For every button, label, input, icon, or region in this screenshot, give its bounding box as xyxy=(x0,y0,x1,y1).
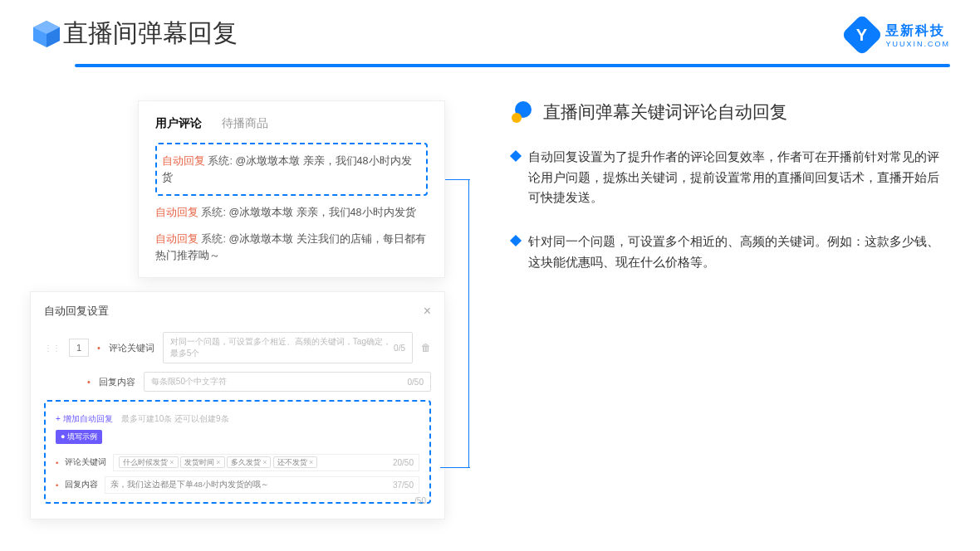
section-icon xyxy=(512,101,533,123)
add-auto-reply-link[interactable]: + 增加自动回复 xyxy=(56,414,113,423)
section-title: 直播间弹幕关键词评论自动回复 xyxy=(543,100,787,124)
comment-text: @冰墩墩本墩 亲亲，我们48小时内发货 xyxy=(228,207,415,218)
bullet-text: 自动回复设置为了提升作者的评论回复效率，作者可在开播前针对常见的评论用户问题，提… xyxy=(528,147,950,208)
close-icon[interactable]: × xyxy=(424,304,431,319)
required-icon: • xyxy=(56,480,58,490)
diamond-bullet-icon xyxy=(510,150,522,162)
row-number: 1 xyxy=(69,339,89,357)
tab-pending-goods[interactable]: 待播商品 xyxy=(222,116,268,131)
required-icon: • xyxy=(87,377,91,387)
example-content-input[interactable]: 亲，我们这边都是下单48小时内发货的哦～ 37/50 xyxy=(105,476,419,494)
diamond-bullet-icon xyxy=(510,235,522,246)
content-counter: 0/50 xyxy=(408,378,424,387)
connector-line xyxy=(468,179,469,468)
outside-counter: /50 xyxy=(414,496,426,505)
keyword-chip[interactable]: 发货时间× xyxy=(180,456,224,468)
required-icon: • xyxy=(56,458,58,467)
brand-logo: Y 昱新科技 YUUXIN.COM xyxy=(847,20,950,50)
keyword-chip[interactable]: 什么时候发货× xyxy=(119,456,178,468)
brand-sub: YUUXIN.COM xyxy=(885,40,950,48)
auto-reply-tag: 自动回复 xyxy=(155,233,198,245)
system-label: 系统: xyxy=(208,155,232,167)
brand-icon: Y xyxy=(841,14,884,56)
keyword-label: 评论关键词 xyxy=(109,342,154,354)
connector-line xyxy=(445,179,470,180)
settings-title: 自动回复设置 xyxy=(44,304,109,319)
auto-reply-settings-card: 自动回复设置 × ⋮⋮ 1 • 评论关键词 对同一个问题，可设置多个相近、高频的… xyxy=(30,291,445,519)
keyword-input[interactable]: 对同一个问题，可设置多个相近、高频的关键词，Tag确定，最多5个 0/5 xyxy=(163,332,413,363)
auto-reply-tag: 自动回复 xyxy=(155,207,198,218)
brand-name: 昱新科技 xyxy=(885,22,950,40)
comments-card: 用户评论 待播商品 自动回复 系统: @冰墩墩本墩 亲亲，我们48小时内发货 自… xyxy=(138,100,445,278)
highlighted-comment: 自动回复 系统: @冰墩墩本墩 亲亲，我们48小时内发货 xyxy=(155,143,428,196)
example-keyword-input[interactable]: 什么时候发货× 发货时间× 多久发货× 还不发货× 20/50 xyxy=(113,454,419,471)
connector-line xyxy=(440,467,470,468)
comment-row: 自动回复 系统: @冰墩墩本墩 亲亲，我们48小时内发货 xyxy=(155,199,428,226)
required-icon: • xyxy=(97,343,100,353)
keyword-chip[interactable]: 还不发货× xyxy=(273,456,317,468)
auto-reply-tag: 自动回复 xyxy=(162,155,205,167)
page-title: 直播间弹幕回复 xyxy=(63,17,238,51)
comment-row: 自动回复 系统: @冰墩墩本墩 关注我们的店铺，每日都有热门推荐呦～ xyxy=(155,226,428,269)
drag-handle-icon[interactable]: ⋮⋮ xyxy=(44,344,61,353)
example-content-counter: 37/50 xyxy=(393,480,414,490)
example-content-label: 回复内容 xyxy=(65,480,98,490)
system-label: 系统: xyxy=(201,207,225,218)
example-keyword-label: 评论关键词 xyxy=(65,457,106,468)
cube-icon xyxy=(30,17,63,51)
bullet-text: 针对同一个问题，可设置多个相近的、高频的关键词。例如：这款多少钱、这块能优惠吗、… xyxy=(528,232,950,272)
delete-icon[interactable]: 🗑 xyxy=(421,342,431,354)
keyword-chip[interactable]: 多久发货× xyxy=(227,456,271,468)
content-input[interactable]: 每条限50个中文字符 0/50 xyxy=(144,372,431,392)
keyword-counter: 0/5 xyxy=(394,344,405,353)
example-chip-counter: 20/50 xyxy=(393,458,414,467)
tab-user-comments[interactable]: 用户评论 xyxy=(155,116,202,131)
add-hint: 最多可建10条 还可以创建9条 xyxy=(121,414,228,423)
content-label: 回复内容 xyxy=(99,376,135,388)
system-label: 系统: xyxy=(201,233,225,245)
example-section: + 增加自动回复 最多可建10条 还可以创建9条 ● 填写示例 • 评论关键词 … xyxy=(44,400,431,504)
example-badge: ● 填写示例 xyxy=(56,430,102,444)
